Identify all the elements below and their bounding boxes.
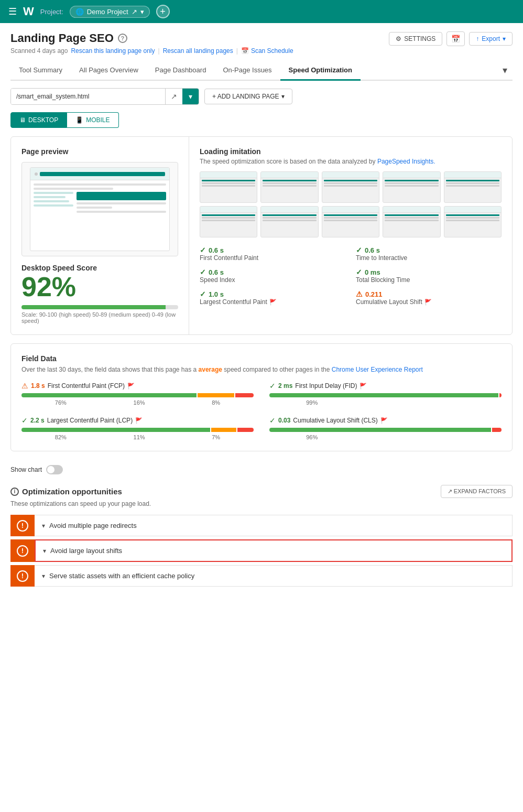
calendar-button[interactable]: 📅 (446, 31, 465, 46)
preview-line-short (34, 188, 113, 190)
screenshot-thumb-9 (383, 206, 440, 237)
chevron-down-icon: ▾ (140, 8, 144, 16)
metrics-grid: ✓ 0.6 s First Contentful Paint ✓ 0.6 s T… (200, 246, 502, 306)
field-metric-lcp: ✓ 2.2 s Largest Contentful Paint (LCP) 🚩… (21, 416, 254, 440)
flag-icon: 🚩 (359, 383, 367, 389)
check-icon: ✓ (200, 290, 206, 298)
bar-orange (198, 393, 234, 397)
chevron-down-icon: ▾ (42, 522, 45, 529)
scan-schedule-link[interactable]: 📅 Scan Schedule (241, 47, 293, 55)
tab-on-page-issues[interactable]: On-Page Issues (214, 61, 280, 81)
metric-fcp: ✓ 0.6 s First Contentful Paint (200, 246, 345, 262)
field-metric-cls-header: ✓ 0.03 Cumulative Layout Shift (CLS) 🚩 (269, 416, 502, 425)
tab-desktop[interactable]: 🖥 DESKTOP (10, 112, 67, 128)
preview-line (34, 183, 166, 186)
chevron-down-icon: ▾ (42, 572, 45, 580)
url-open-button[interactable]: ↗ (165, 89, 182, 104)
show-chart-toggle[interactable] (46, 465, 63, 474)
add-project-button[interactable]: + (156, 5, 170, 18)
more-tabs-button[interactable]: ▾ (497, 61, 513, 79)
export-button[interactable]: ↑ Export ▾ (469, 32, 513, 46)
bar-orange (211, 428, 236, 432)
check-icon: ✓ (269, 416, 276, 425)
opt-item-cache: ! ▾ Serve static assets with an efficien… (10, 565, 513, 587)
field-metrics-row: ⚠ 1.8 s First Contentful Paint (FCP) 🚩 7… (21, 382, 502, 440)
opt-content-2[interactable]: ▾ Avoid large layout shifts (35, 539, 513, 562)
metric-fcp-label: First Contentful Paint (200, 254, 345, 262)
opt-item-layout-shifts: ! ▾ Avoid large layout shifts (10, 539, 513, 562)
check-icon: ✓ (200, 268, 206, 276)
opt-content-3[interactable]: ▾ Serve static assets with an efficient … (35, 565, 513, 587)
check-icon: ✓ (200, 246, 206, 254)
metric-lcp-label: Largest Contentful Paint 🚩 (200, 298, 345, 306)
tab-speed-optimization[interactable]: Speed Optimization (280, 61, 361, 81)
toggle-knob (47, 466, 55, 473)
desktop-icon: 🖥 (19, 116, 26, 124)
preview-header-bar (30, 168, 169, 180)
preview-sidebar-line (34, 192, 73, 194)
warn-icon: ⚠ (356, 290, 363, 298)
chrome-report-link[interactable]: Chrome User Experience Report (332, 366, 423, 373)
metric-tti: ✓ 0.6 s Time to Interactive (356, 246, 502, 262)
metric-cls: ⚠ 0.211 Cumulative Layout Shift 🚩 (356, 290, 502, 306)
flag-icon: 🚩 (424, 299, 432, 306)
field-metric-fcp-header: ⚠ 1.8 s First Contentful Paint (FCP) 🚩 (21, 382, 254, 390)
page-header: Landing Page SEO ? Scanned 4 days ago Re… (0, 23, 523, 55)
project-selector[interactable]: 🌐 Demo Project ↗ ▾ (70, 6, 150, 18)
screenshot-thumb-6 (200, 206, 257, 237)
preview-sidebar-line2 (34, 196, 66, 198)
opt-item-label-3: Serve static assets with an efficient ca… (49, 572, 194, 580)
opt-item-redirects: ! ▾ Avoid multiple page redirects (10, 515, 513, 536)
cls-value: 0.03 (278, 417, 290, 424)
opt-icon-col-3: ! (10, 565, 35, 587)
metric-tbt-value: ✓ 0 ms (356, 268, 502, 276)
rescan-page-link[interactable]: Rescan this landing page only (71, 47, 155, 55)
warn-circle-icon: ! (17, 570, 28, 582)
speed-score-label: Desktop Speed Score (21, 264, 178, 272)
main-content: Landing Page SEO ? Scanned 4 days ago Re… (0, 23, 523, 812)
flag-icon: 🚩 (380, 417, 388, 424)
tab-mobile[interactable]: 📱 MOBILE (67, 112, 118, 128)
bar-red (235, 393, 254, 397)
chevron-down-icon: ▾ (281, 93, 285, 100)
bar-red (492, 428, 502, 432)
opt-desc: These optimizations can speed up your pa… (10, 500, 513, 507)
add-landing-page-button[interactable]: + ADD LANDING PAGE ▾ (204, 89, 292, 104)
screenshot-thumb-3 (322, 171, 379, 203)
rescan-all-link[interactable]: Rescan all landing pages (163, 47, 233, 55)
preview-body (30, 180, 169, 218)
page-meta: Scanned 4 days ago Rescan this landing p… (10, 47, 293, 55)
upload-icon: ↑ (476, 35, 479, 42)
tabs-bar: Tool Summary All Pages Overview Page Das… (10, 61, 513, 81)
field-metric-lcp-bar (21, 428, 254, 432)
field-metric-cls: ✓ 0.03 Cumulative Layout Shift (CLS) 🚩 9… (269, 416, 502, 440)
check-icon: ✓ (269, 382, 276, 390)
loading-desc: The speed optimization score is based on… (200, 158, 502, 165)
loading-title: Loading imitation (200, 147, 502, 156)
settings-button[interactable]: ⚙ SETTINGS (389, 32, 442, 46)
tab-all-pages-overview[interactable]: All Pages Overview (71, 61, 147, 81)
metric-tbt: ✓ 0 ms Total Blocking Time (356, 268, 502, 284)
tab-page-dashboard[interactable]: Page Dashboard (147, 61, 215, 81)
url-dropdown-button[interactable]: ▾ (182, 89, 199, 104)
tab-tool-summary[interactable]: Tool Summary (10, 61, 71, 81)
field-metric-lcp-header: ✓ 2.2 s Largest Contentful Paint (LCP) 🚩 (21, 416, 254, 425)
gear-icon: ⚙ (396, 35, 401, 42)
url-input[interactable]: /smart_email_system.html (11, 89, 165, 104)
help-icon[interactable]: ? (118, 34, 127, 43)
opt-content-1[interactable]: ▾ Avoid multiple page redirects (35, 515, 513, 536)
metric-fcp-value: ✓ 0.6 s (200, 246, 345, 254)
pagespeed-link[interactable]: PageSpeed Insights. (377, 158, 435, 165)
show-chart-row: Show chart (0, 460, 523, 480)
field-metric-cls-bar (269, 428, 502, 432)
top-navigation: ☰ W Project: 🌐 Demo Project ↗ ▾ + (0, 0, 523, 23)
bar-green (269, 393, 498, 397)
optimization-items: ! ▾ Avoid multiple page redirects ! ▾ Av… (10, 515, 513, 590)
logo: W (23, 5, 34, 18)
menu-icon[interactable]: ☰ (8, 6, 17, 17)
preview-main-line2 (77, 207, 113, 209)
opt-title: i Optimization opportunities (10, 487, 122, 496)
preview-dot (35, 172, 38, 176)
expand-factors-button[interactable]: ↗ EXPAND FACTORS (441, 485, 513, 498)
bar-red (237, 428, 254, 432)
